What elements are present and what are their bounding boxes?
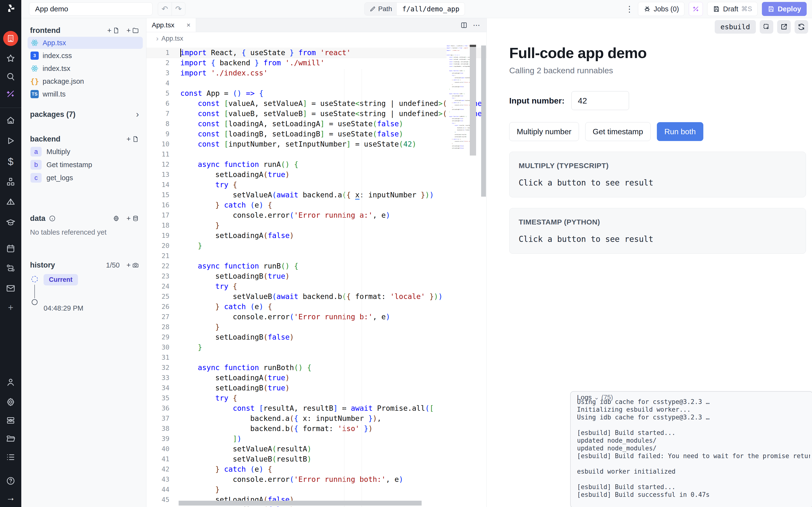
close-icon[interactable]: × [186,21,191,29]
file-label: wmill.ts [43,90,66,98]
tutorials-graduation-cap-icon[interactable] [6,218,15,227]
file-item-index.tsx[interactable]: index.tsx [28,62,143,74]
left-icon-rail: $ + → [0,0,21,507]
multiply-number-button[interactable]: Multiply number [509,122,579,141]
file-item-App.tsx[interactable]: App.tsx [28,37,143,49]
run-both-button[interactable]: Run both [657,122,703,141]
path-pill[interactable]: Path f/all/demo_app [364,2,465,15]
variables-dollar-icon[interactable]: $ [8,157,13,167]
code-line-28: 28 } [147,322,486,332]
log-line: updated node_modules/ [577,444,810,452]
deploy-label: Deploy [778,5,801,13]
logs-title: Logs [577,394,592,401]
file-label: package.json [43,77,84,86]
add-runnable-button[interactable]: + [126,135,139,143]
deploy-button[interactable]: Deploy [762,2,807,16]
text-cursor [180,49,181,57]
minimap-slider[interactable] [470,45,476,156]
workspace-button[interactable] [3,31,18,46]
home-icon[interactable] [6,116,15,125]
user-icon[interactable] [6,377,15,387]
undo-button[interactable]: ↶ [158,2,172,15]
audit-list-icon[interactable] [6,452,15,462]
code-line-23: 23 setLoadingB(true) [147,271,486,281]
add-folder-button[interactable]: + [126,27,139,34]
path-value: f/all/demo_app [397,3,465,15]
code-area[interactable]: 1import React, { useState } from 'react'… [147,48,486,507]
folders-icon[interactable] [6,434,15,444]
history-section-header: history 1/50 + [21,260,146,271]
backend-title: backend [30,135,60,144]
flows-route-icon[interactable] [6,263,15,273]
settings-gear-icon[interactable] [6,397,15,407]
bug-icon [644,5,651,13]
take-snapshot-button[interactable]: + [126,262,139,269]
data-settings-gear-icon[interactable] [113,215,119,222]
backend-item-a[interactable]: aMultiply [29,146,143,158]
minimap-handle[interactable] [470,45,476,47]
code-line-36: 36 const [resultA, resultB] = await Prom… [147,403,486,413]
code-line-21: 21 [147,251,486,261]
backend-item-c[interactable]: cget_logs [29,172,143,184]
resources-cubes-icon[interactable] [6,177,15,187]
windmill-logo-icon[interactable] [6,3,15,13]
collapse-arrow-icon[interactable]: → [6,493,15,502]
draft-shortcut: ⌘S [741,5,752,13]
kebab-menu-icon[interactable]: ⋮ [626,4,634,14]
chevron-icon: › [156,34,159,43]
breadcrumb[interactable]: › App.tsx [147,32,486,45]
runnable-label: get_logs [47,174,73,182]
json-braces-icon: {} [30,77,39,86]
code-line-6: 6 const [valueA, setValueA] = useState<s… [147,99,486,109]
frontend-file-list: App.tsx3index.cssindex.tsx{}package.json… [21,37,146,100]
code-line-19: 19 setLoadingA(false) [147,230,486,241]
preview-content: Full-code app demo Calling 2 backend run… [509,18,806,254]
code-line-30: 30 } [147,342,486,352]
horizontal-scrollbar[interactable] [179,501,422,506]
code-line-29: 29 setLoadingB(false) [147,332,486,342]
search-icon[interactable] [6,72,15,81]
code-line-20: 20 } [147,241,486,251]
redo-button[interactable]: ↷ [172,2,185,15]
add-file-button[interactable]: + [107,27,120,34]
get-timestamp-button[interactable]: Get timestamp [585,122,651,141]
ai-wand-icon[interactable] [6,89,15,99]
file-item-wmill.ts[interactable]: TSwmill.ts [28,88,143,100]
runnable-badge: c [31,173,42,183]
favorites-star-icon[interactable] [6,54,15,63]
split-pane-icon[interactable] [461,21,468,29]
draft-label: Draft [723,5,738,13]
packages-section-header[interactable]: packages (7) › [21,109,146,120]
code-line-26: 26 } catch (e) { [147,302,486,312]
number-input[interactable] [572,91,629,110]
workers-icon[interactable] [6,415,15,425]
runs-play-icon[interactable] [6,136,15,146]
file-item-package.json[interactable]: {}package.json [28,75,143,87]
add-table-button[interactable]: + [126,215,139,222]
history-timestamp[interactable]: 04:48:29 PM [44,304,146,312]
more-options-icon[interactable]: ⋯ [473,21,481,29]
draft-button[interactable]: Draft ⌘S [707,2,758,16]
ai-assistant-button[interactable] [689,2,703,16]
app-name-input[interactable] [29,2,153,15]
chevron-right-icon[interactable]: › [136,109,139,119]
file-item-index.css[interactable]: 3index.css [28,50,143,62]
current-version-badge[interactable]: Current [44,274,78,285]
mail-icon[interactable] [6,283,15,293]
file-label: App.tsx [43,39,66,47]
backend-item-b[interactable]: bGet timestamp [29,159,143,171]
help-icon[interactable] [6,476,15,486]
schedules-calendar-icon[interactable] [6,244,15,253]
current-version-dot[interactable] [32,276,38,282]
logs-header[interactable]: Logs ⌄ (75) [571,392,812,401]
previous-version-dot[interactable] [32,299,38,305]
logs-body[interactable]: Using idb cache for csstype@3.2.3 …Initi… [577,398,810,506]
tab-app-tsx[interactable]: App.tsx × [147,18,196,32]
frontend-title: frontend [30,26,60,35]
add-plus-icon[interactable]: + [8,303,13,312]
jobs-button[interactable]: Jobs (0) [638,2,685,16]
code-line-16: 16 } catch (e) { [147,200,486,210]
code-line-40: 40 setValueA(resultA) [147,444,486,454]
triggers-prism-icon[interactable] [6,198,15,207]
vertical-scrollbar[interactable] [481,46,486,196]
